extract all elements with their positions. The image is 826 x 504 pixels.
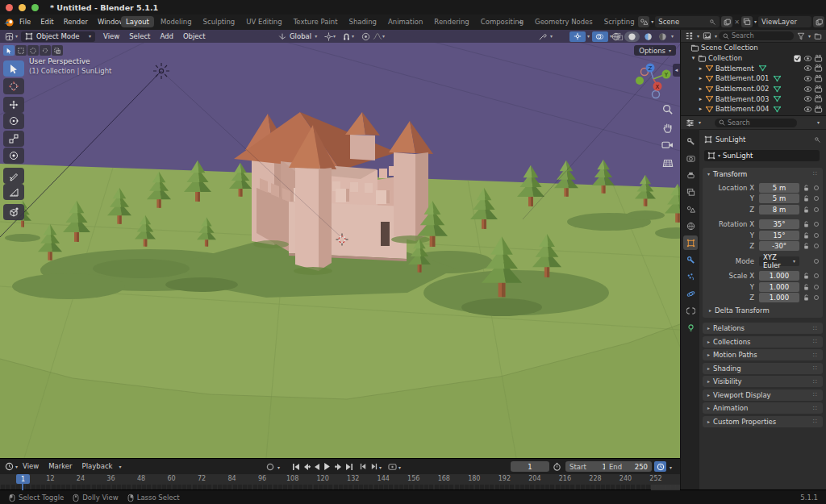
- transform-panel-header[interactable]: ▾ Transform ∷: [703, 168, 823, 180]
- zoom-icon[interactable]: [661, 102, 674, 116]
- workspace-tab-uv-editing[interactable]: UV Editing: [241, 16, 286, 27]
- outliner-editor-type-icon[interactable]: [683, 31, 695, 41]
- select-lasso-button[interactable]: [40, 45, 51, 56]
- play-button[interactable]: [322, 461, 332, 472]
- viewport-3d[interactable]: ▾ Object Mode ▾ ViewSelectAddObject Glob…: [0, 30, 680, 458]
- select-intersect-button[interactable]: [52, 45, 63, 56]
- camera-icon[interactable]: [813, 64, 824, 73]
- auto-keying-toggle[interactable]: [265, 461, 275, 472]
- pin-id-icon[interactable]: [814, 136, 821, 144]
- scene-caret-icon[interactable]: ▾: [651, 19, 653, 24]
- filter-caret-icon[interactable]: ▾: [808, 34, 811, 39]
- editor-type-caret-icon[interactable]: ▾: [15, 34, 18, 39]
- camera-icon[interactable]: [813, 85, 824, 94]
- new-collection-icon[interactable]: [812, 31, 824, 41]
- shading-rendered-button[interactable]: [657, 31, 669, 42]
- viewport-menu-add[interactable]: Add: [155, 30, 177, 43]
- filter-icon[interactable]: [795, 31, 807, 41]
- workspace-tab-texture-paint[interactable]: Texture Paint: [289, 16, 343, 27]
- current-frame-field[interactable]: 1: [511, 461, 549, 472]
- blender-logo-icon[interactable]: [3, 17, 15, 27]
- tool-rotate-button[interactable]: [3, 113, 24, 129]
- properties-type-caret-icon[interactable]: ▾: [699, 120, 701, 125]
- eye-icon[interactable]: [803, 54, 813, 63]
- object-name-field[interactable]: ▾ SunLight: [704, 150, 820, 161]
- lock-icon[interactable]: [801, 194, 811, 202]
- properties-tab-modifiers[interactable]: [683, 252, 698, 267]
- timeline-menu-marker[interactable]: Marker: [44, 459, 77, 474]
- outliner-row-battlement[interactable]: ▸Battlement: [681, 63, 826, 73]
- sync-caret-icon[interactable]: ▾: [670, 465, 672, 470]
- transform-value-field[interactable]: -30°: [759, 241, 799, 251]
- outliner-row-battlement-004[interactable]: ▸Battlement.004: [681, 104, 826, 115]
- properties-tab-render[interactable]: [683, 151, 698, 165]
- snap-target-caret-icon[interactable]: ▾: [333, 34, 336, 39]
- gizmo-caret-icon[interactable]: ▾: [587, 34, 590, 39]
- shading-solid-button[interactable]: [624, 31, 640, 42]
- jump-to-start-button[interactable]: [290, 461, 301, 472]
- lock-icon[interactable]: [801, 220, 811, 228]
- timeline-editor-type-icon[interactable]: [3, 461, 15, 472]
- mode-dropdown[interactable]: Object Mode ▾: [21, 31, 95, 42]
- transform-value-field[interactable]: 1.000: [759, 293, 799, 302]
- chevron-right-icon[interactable]: ▸: [697, 106, 704, 112]
- workspace-tab-shading[interactable]: Shading: [344, 16, 382, 27]
- chevron-right-icon[interactable]: ▸: [697, 85, 704, 92]
- new-scene-button[interactable]: [721, 16, 732, 27]
- navigation-gizmo[interactable]: Z Y X: [634, 62, 673, 101]
- transform-value-field[interactable]: 1.000: [759, 282, 799, 292]
- viewport-canvas[interactable]: [0, 30, 680, 458]
- pan-hand-icon[interactable]: [661, 120, 674, 134]
- proportional-edit-icon[interactable]: [360, 31, 372, 42]
- animate-decorator-icon[interactable]: [814, 207, 819, 212]
- outliner-row-scene-collection[interactable]: Scene Collection: [681, 43, 826, 53]
- outliner-display-mode-icon[interactable]: [701, 31, 713, 41]
- editor-type-icon[interactable]: [3, 31, 15, 42]
- menu-file[interactable]: File: [15, 15, 35, 30]
- lock-icon[interactable]: [801, 294, 811, 302]
- scene-name-field[interactable]: Scene: [655, 16, 720, 27]
- camera-icon[interactable]: [813, 105, 824, 114]
- outliner-row-battlement-002[interactable]: ▸Battlement.002: [681, 84, 826, 94]
- properties-tab-constraints[interactable]: [683, 303, 698, 318]
- properties-tab-tool[interactable]: [683, 134, 698, 148]
- checkbox-icon[interactable]: [792, 54, 803, 63]
- workspace-tab-modeling[interactable]: Modeling: [156, 16, 197, 27]
- properties-tab-output[interactable]: [683, 168, 698, 182]
- chevron-down-icon[interactable]: ▾: [690, 55, 697, 61]
- menu-render[interactable]: Render: [59, 15, 93, 30]
- eye-icon[interactable]: [803, 74, 813, 83]
- add-workspace-button[interactable]: +: [513, 16, 528, 27]
- eye-icon[interactable]: [803, 85, 813, 94]
- timeline-menu-view[interactable]: View: [18, 459, 44, 474]
- properties-tab-scene[interactable]: [683, 202, 698, 216]
- keying-caret-icon[interactable]: ▾: [398, 465, 401, 470]
- outliner-row-battlement-001[interactable]: ▸Battlement.001: [681, 73, 826, 84]
- section-visibility[interactable]: ▸Visibility∷: [703, 376, 823, 387]
- section-viewport-display[interactable]: ▸Viewport Display∷: [703, 389, 823, 401]
- transform-value-field[interactable]: 35°: [759, 219, 799, 229]
- keying-set-icon[interactable]: [387, 461, 398, 472]
- animate-decorator-icon[interactable]: [814, 295, 819, 300]
- workspace-tab-animation[interactable]: Animation: [383, 16, 428, 27]
- timeline-menu-playback[interactable]: Playback: [77, 459, 118, 474]
- properties-options-caret-icon[interactable]: ▾: [817, 120, 820, 125]
- properties-search-input[interactable]: Search: [715, 119, 797, 127]
- chevron-right-icon[interactable]: ▸: [697, 75, 704, 81]
- section-custom-properties[interactable]: ▸Custom Properties∷: [703, 416, 823, 427]
- lock-icon[interactable]: [801, 272, 811, 280]
- frame-jump-caret-icon[interactable]: ▾: [379, 465, 382, 470]
- section-shading[interactable]: ▸Shading∷: [703, 363, 823, 374]
- delta-transform-toggle[interactable]: ▸ Delta Transform: [709, 306, 770, 314]
- outliner-search-input[interactable]: Search: [719, 31, 794, 40]
- section-collections[interactable]: ▸Collections∷: [703, 336, 823, 348]
- object-type-caret-icon[interactable]: ▾: [550, 34, 553, 39]
- options-button[interactable]: Options▾: [634, 45, 676, 56]
- toggle-ortho-icon[interactable]: [661, 156, 674, 169]
- outliner-type-caret-icon[interactable]: ▾: [697, 34, 699, 39]
- animate-decorator-icon[interactable]: [814, 285, 819, 289]
- properties-editor-type-icon[interactable]: [684, 118, 696, 128]
- sidebar-collapse-icon[interactable]: ◂: [673, 64, 680, 77]
- playback-caret-icon[interactable]: ▾: [119, 464, 122, 469]
- lock-icon[interactable]: [801, 242, 811, 250]
